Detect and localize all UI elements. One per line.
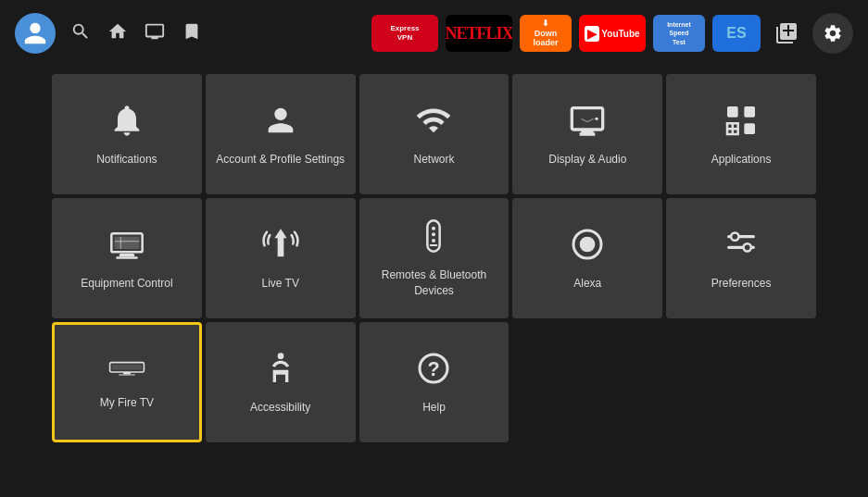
live-tv-tile[interactable]: Live TV bbox=[206, 198, 356, 318]
person-icon bbox=[262, 102, 299, 143]
search-icon[interactable] bbox=[70, 21, 91, 46]
account-profile-tile[interactable]: Account & Profile Settings bbox=[206, 74, 356, 194]
alexa-label: Alexa bbox=[573, 276, 601, 292]
svg-point-12 bbox=[432, 233, 435, 237]
wifi-icon bbox=[415, 102, 452, 143]
home-icon[interactable] bbox=[107, 21, 128, 46]
antenna-icon bbox=[262, 226, 299, 267]
sliders-icon bbox=[723, 226, 760, 267]
preferences-label: Preferences bbox=[711, 276, 772, 292]
svg-rect-7 bbox=[115, 236, 140, 248]
es-file-explorer-app[interactable]: ES bbox=[712, 15, 761, 52]
add-apps-button[interactable] bbox=[768, 15, 805, 52]
avatar[interactable] bbox=[15, 13, 56, 54]
accessibility-tile[interactable]: Accessibility bbox=[206, 322, 356, 442]
svg-point-11 bbox=[432, 227, 435, 230]
svg-rect-24 bbox=[119, 374, 135, 375]
help-label: Help bbox=[422, 400, 446, 416]
remote-icon bbox=[415, 217, 452, 258]
display-audio-label: Display & Audio bbox=[548, 152, 626, 168]
settings-grid: Notifications Account & Profile Settings… bbox=[52, 74, 816, 442]
settings-container: Notifications Account & Profile Settings… bbox=[0, 67, 868, 450]
my-fire-tv-tile[interactable]: My Fire TV bbox=[52, 322, 202, 442]
svg-point-13 bbox=[432, 239, 435, 242]
svg-text:?: ? bbox=[428, 357, 440, 380]
notifications-tile[interactable]: Notifications bbox=[52, 74, 202, 194]
remotes-bluetooth-tile[interactable]: Remotes & Bluetooth Devices bbox=[359, 198, 509, 318]
network-tile[interactable]: Network bbox=[359, 74, 509, 194]
svg-point-19 bbox=[731, 232, 738, 240]
applications-label: Applications bbox=[711, 152, 772, 168]
alexa-tile[interactable]: Alexa bbox=[512, 198, 662, 318]
svg-rect-22 bbox=[112, 365, 142, 370]
apps-icon bbox=[723, 102, 760, 143]
equipment-control-tile[interactable]: Equipment Control bbox=[52, 198, 202, 318]
display-icon bbox=[569, 102, 606, 143]
bookmark-icon[interactable] bbox=[182, 21, 202, 46]
svg-point-0 bbox=[596, 117, 598, 119]
svg-rect-2 bbox=[744, 106, 755, 118]
accessibility-icon bbox=[262, 350, 299, 391]
top-navigation: ExpressVPN NETFLIX ⬇Downloader ▶ YouTube… bbox=[0, 0, 868, 67]
preferences-tile[interactable]: Preferences bbox=[666, 198, 816, 318]
settings-button[interactable] bbox=[812, 13, 853, 54]
notifications-label: Notifications bbox=[96, 152, 157, 168]
downloader-app[interactable]: ⬇Downloader bbox=[520, 15, 572, 52]
svg-point-16 bbox=[580, 236, 596, 252]
svg-rect-6 bbox=[116, 256, 137, 259]
expressvpn-app[interactable]: ExpressVPN bbox=[371, 15, 438, 52]
app-shortcuts: ExpressVPN NETFLIX ⬇Downloader ▶ YouTube… bbox=[371, 13, 853, 54]
youtube-app[interactable]: ▶ YouTube bbox=[579, 15, 646, 52]
equipment-control-label: Equipment Control bbox=[81, 276, 172, 292]
nav-icons-group bbox=[70, 21, 202, 46]
display-audio-tile[interactable]: Display & Audio bbox=[512, 74, 662, 194]
svg-rect-3 bbox=[744, 123, 755, 134]
tv-icon[interactable] bbox=[145, 21, 165, 46]
internet-speed-test-app[interactable]: InternetSpeedTest bbox=[653, 15, 705, 52]
account-label: Account & Profile Settings bbox=[216, 152, 345, 168]
help-icon: ? bbox=[415, 350, 452, 391]
accessibility-label: Accessibility bbox=[250, 400, 310, 416]
svg-rect-23 bbox=[123, 372, 131, 374]
remotes-bluetooth-label: Remotes & Bluetooth Devices bbox=[367, 267, 502, 299]
firetv-icon bbox=[108, 354, 145, 386]
bell-icon bbox=[108, 102, 145, 143]
live-tv-label: Live TV bbox=[261, 276, 298, 292]
network-label: Network bbox=[413, 152, 454, 168]
my-fire-tv-label: My Fire TV bbox=[100, 395, 154, 411]
applications-tile[interactable]: Applications bbox=[666, 74, 816, 194]
svg-point-25 bbox=[277, 353, 283, 359]
tv-equipment-icon bbox=[108, 226, 145, 267]
alexa-icon bbox=[569, 226, 606, 267]
help-tile[interactable]: ? Help bbox=[359, 322, 509, 442]
svg-rect-5 bbox=[120, 254, 135, 256]
svg-rect-1 bbox=[727, 106, 738, 118]
netflix-app[interactable]: NETFLIX bbox=[446, 15, 512, 52]
svg-point-20 bbox=[744, 243, 751, 251]
